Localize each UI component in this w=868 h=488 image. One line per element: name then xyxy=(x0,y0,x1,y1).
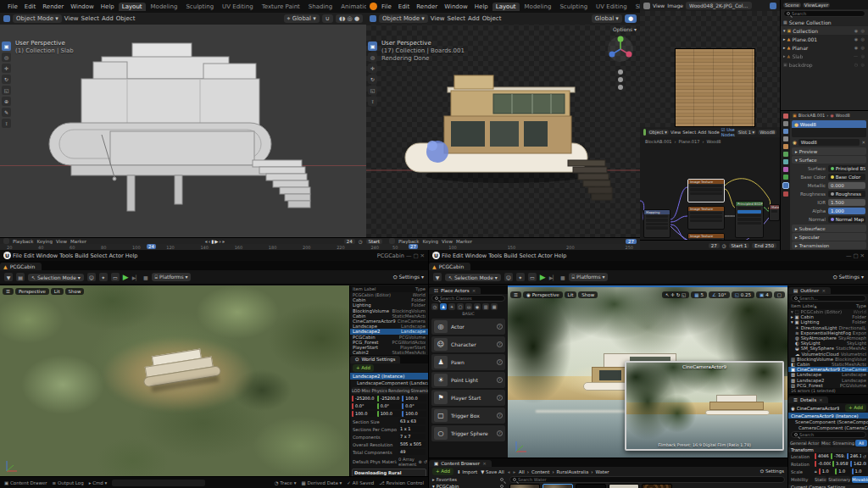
frame-field[interactable]: 27 xyxy=(709,243,720,248)
scale-x[interactable]: 1.0 xyxy=(819,469,833,474)
details-tab[interactable]: ☰ Details × xyxy=(788,395,868,403)
tab-physics[interactable]: Physics xyxy=(371,387,387,394)
volumes-icon[interactable]: ▥ xyxy=(482,303,489,310)
node-menu[interactable]: Node xyxy=(708,130,720,135)
settings-dropdown[interactable]: ⛭ Settings ▾ xyxy=(393,274,424,280)
location-z[interactable]: 100.0 xyxy=(402,396,426,402)
base-color-value[interactable]: Base Color xyxy=(828,174,865,180)
menu-edit[interactable]: Edit xyxy=(24,252,35,259)
value[interactable]: 1 x 1 xyxy=(398,426,426,432)
outliner-tab[interactable]: ▤ Outliner × xyxy=(788,286,868,294)
menu-file[interactable]: File xyxy=(13,252,22,259)
show-dropdown[interactable]: Show xyxy=(578,291,598,298)
render-props-icon[interactable] xyxy=(783,114,788,119)
viewlayer-props-icon[interactable] xyxy=(783,129,788,134)
node-canvas[interactable]: Mapping Image Texture Image Texture Imag… xyxy=(640,145,780,240)
row[interactable]: PCGCabin (Editor)World xyxy=(350,292,428,297)
trace-dropdown[interactable]: ◔ Trace ▾ xyxy=(275,480,297,485)
outliner-row-collection[interactable]: ▾▣Collection ◉ ◎ xyxy=(781,26,868,35)
mobility-stationary[interactable]: Stationary xyxy=(828,476,850,483)
playback-menu[interactable]: Playback xyxy=(13,239,34,244)
use-nodes-checkbox[interactable]: ☑ Use Nodes xyxy=(721,127,735,137)
workspace-tab-modeling[interactable]: Modeling xyxy=(521,3,555,11)
col-type[interactable]: Type xyxy=(415,286,426,291)
keying-menu[interactable]: Keying xyxy=(37,239,53,244)
move-tool-icon[interactable]: ✛ xyxy=(2,64,11,73)
output-props-icon[interactable] xyxy=(783,121,788,126)
menu-build[interactable]: Build xyxy=(504,252,517,259)
reset-icon[interactable]: ↺ xyxy=(424,459,427,464)
col-type[interactable]: Type xyxy=(856,303,866,308)
play-button[interactable]: ▶ xyxy=(123,273,129,281)
section-specular[interactable]: ▸Specular xyxy=(792,233,866,241)
details-search[interactable] xyxy=(791,431,866,438)
place-actor-trigger-box[interactable]: ▢Trigger Box? xyxy=(431,408,505,424)
place-actor-character[interactable]: ☺Character? xyxy=(431,336,505,352)
tab-general[interactable]: General xyxy=(790,440,807,446)
view-menu[interactable]: View xyxy=(653,3,665,8)
crumb-material[interactable]: Wood8 xyxy=(836,113,850,118)
location-y[interactable]: -769.04 xyxy=(831,453,845,459)
settings-dropdown[interactable]: ⛭ Settings ▾ xyxy=(833,274,864,280)
menu-file[interactable]: File xyxy=(379,3,394,10)
recent-icon[interactable]: ◷ xyxy=(431,303,438,310)
help-icon[interactable]: ? xyxy=(497,430,503,436)
content-drawer-button[interactable]: ▣ Content Drawer xyxy=(4,480,47,485)
rotation-z[interactable]: 142.08° xyxy=(850,461,866,467)
perspective-dropdown[interactable]: Perspective xyxy=(15,288,49,295)
search-classes-input[interactable] xyxy=(440,296,502,301)
col-item-label[interactable]: Item Label xyxy=(791,303,814,308)
visibility-icons[interactable]: ◷ ◎ xyxy=(854,62,865,67)
scale-x[interactable]: 100.0 xyxy=(352,411,376,417)
viewlayer-dropdown[interactable]: ViewLayer xyxy=(803,3,830,8)
scale-y[interactable]: 1.0 xyxy=(835,469,849,474)
blueprints-icon[interactable]: ✦ xyxy=(99,273,108,281)
tab-streaming[interactable]: Streaming xyxy=(411,387,428,394)
maximize-viewport-icon[interactable]: ▢ xyxy=(774,291,785,298)
row[interactable]: ▾ ⬚PCGCabin (Editor)World xyxy=(788,309,868,314)
view-menu[interactable]: View xyxy=(56,239,67,244)
normal-value[interactable]: Normal Map xyxy=(828,216,865,223)
menu-render[interactable]: Render xyxy=(414,3,440,10)
workspace-tab-modeling[interactable]: Modeling xyxy=(147,3,181,11)
image-texture-node-1[interactable]: Image Texture xyxy=(687,179,725,202)
crumb-object[interactable]: BlockAB.001 xyxy=(798,113,826,118)
options-dropdown[interactable]: Options ▾ xyxy=(613,26,637,32)
menu-window[interactable]: Window xyxy=(68,3,97,10)
content-browser-tab[interactable]: ▣ Content Browser × xyxy=(429,458,787,467)
mobility-static[interactable]: Static xyxy=(815,476,826,483)
favorites-row[interactable]: ▸Favorites xyxy=(429,476,507,483)
visual-icon[interactable]: ◉ xyxy=(474,303,481,310)
start-frame-field[interactable]: Start xyxy=(366,239,382,244)
help-icon[interactable]: ? xyxy=(497,341,503,347)
view-menu[interactable]: View xyxy=(670,130,681,135)
lights-icon[interactable]: ☀ xyxy=(448,303,455,310)
row-selected[interactable]: ▣CineCameraActor9CineCameraActor xyxy=(788,367,868,372)
workspace-tab-uvediting[interactable]: UV Editing xyxy=(593,3,631,11)
scale-z[interactable]: 1.0 xyxy=(852,469,866,474)
menu-help[interactable]: Help xyxy=(125,252,138,259)
lock-icon[interactable]: 🔒︎ xyxy=(815,469,817,474)
menu-edit[interactable]: Edit xyxy=(22,3,39,10)
cinematics-icon[interactable]: ▭ xyxy=(528,273,537,281)
slot-dropdown[interactable]: Slot 1 ▾ xyxy=(737,130,756,135)
marker-menu[interactable]: Marker xyxy=(70,239,86,244)
material-dropdown[interactable]: Wood8 xyxy=(758,130,776,135)
tab-misc[interactable]: Misc xyxy=(821,440,832,446)
rotate-tool-icon[interactable]: ↻ xyxy=(2,75,11,84)
row[interactable]: ▥BlockingVolumeBlockingVolume xyxy=(788,357,868,362)
menu-file[interactable]: File xyxy=(5,3,20,10)
cmd-dropdown[interactable]: ▸ Cmd ▾ xyxy=(89,480,108,485)
menu-edit[interactable]: Edit xyxy=(453,252,464,259)
menu-actor[interactable]: Actor xyxy=(109,252,124,259)
particle-props-icon[interactable] xyxy=(783,167,788,172)
unlink-icon[interactable]: ✕ xyxy=(861,140,865,145)
help-icon[interactable]: ? xyxy=(497,377,503,383)
asset-tile-light[interactable] xyxy=(609,484,639,488)
tab-misc[interactable]: Misc xyxy=(361,387,370,394)
stop-button[interactable]: ■ xyxy=(143,274,148,280)
textured-house-model[interactable] xyxy=(366,42,640,236)
ior-slider[interactable]: 1.500 xyxy=(828,199,865,206)
selection-mode-dropdown[interactable]: ↖ Selection Mode ▾ xyxy=(28,274,84,281)
tab-rendering[interactable]: Rendering xyxy=(388,387,410,394)
